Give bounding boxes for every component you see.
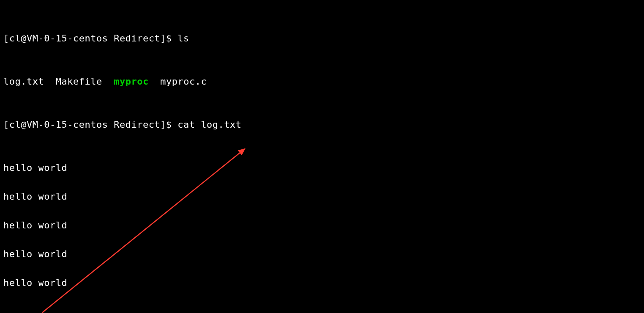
command-text: ls: [177, 33, 189, 44]
ls-output-line: log.txt Makefile myproc myproc.c: [3, 74, 641, 89]
command-text: cat log.txt: [177, 119, 241, 130]
terminal-line: [cl@VM-0-15-centos Redirect]$ cat log.tx…: [3, 118, 641, 132]
prompt: [cl@VM-0-15-centos Redirect]$: [3, 119, 177, 130]
terminal-line: [cl@VM-0-15-centos Redirect]$ ls: [3, 31, 641, 46]
output-line: hello world: [3, 276, 641, 290]
output-line: hello world: [3, 161, 641, 175]
output-line: hello world: [3, 218, 641, 233]
prompt: [cl@VM-0-15-centos Redirect]$: [3, 33, 177, 44]
file-name: log.txt: [3, 76, 44, 87]
output-line: hello world: [3, 189, 641, 204]
file-name: myproc.c: [160, 76, 207, 87]
terminal-window[interactable]: [cl@VM-0-15-centos Redirect]$ ls log.txt…: [0, 0, 644, 313]
file-name: Makefile: [56, 76, 102, 87]
output-line: hello world: [3, 247, 641, 261]
executable-name: myproc: [114, 76, 148, 87]
